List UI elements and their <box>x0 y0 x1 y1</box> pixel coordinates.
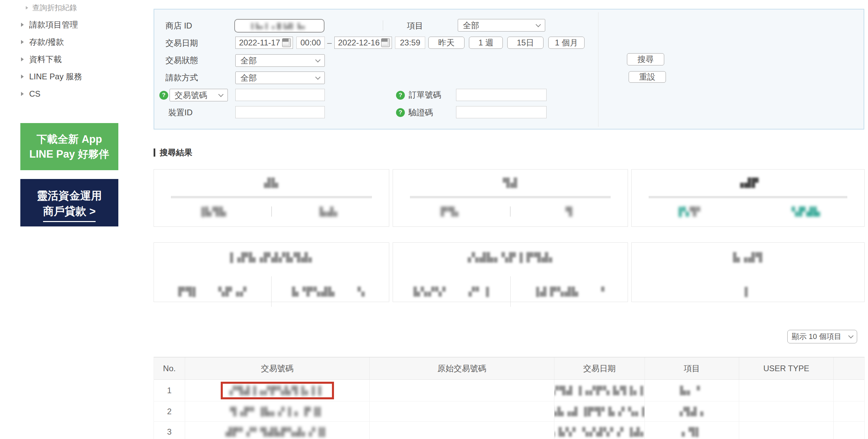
table-row: 1 ▞▜▟▐▗▞▛▚▙▜▐▖▌▌ ▞▜▟ ▐▗▞▛▚ ▙▜▐▖▌ ▙▖ ▘ <box>154 380 864 401</box>
trade-status-value: 全部 <box>240 55 257 66</box>
calendar-icon[interactable] <box>381 38 390 47</box>
results-table: No. 交易號碼 原始交易號碼 交易日期 項目 USER TYPE 1 ▞▜▟▐… <box>154 357 865 439</box>
banner-line2: LINE Pay 好夥伴 <box>20 147 118 162</box>
cell-extra <box>834 401 864 421</box>
card-value: ▚▛▗▞ <box>218 287 247 297</box>
chevron-down-icon <box>848 333 854 339</box>
cell-original-tx-number <box>370 422 554 439</box>
billing-method-label: 請款方式 <box>165 73 198 82</box>
divider <box>598 12 598 127</box>
help-icon[interactable]: ? <box>159 91 168 100</box>
sidebar-item-billing-management[interactable]: 請款項目管理 <box>21 20 78 30</box>
cell-tx-number: ▟▛▘▞▘▜▟▙▛▚▟▖▞▐▌ <box>185 422 370 439</box>
quick-range-1month-button[interactable]: 1 個月 <box>548 37 585 49</box>
divider <box>171 196 372 198</box>
start-date-value: 2022-11-17 <box>239 38 280 47</box>
quick-range-15days-button[interactable]: 15日 <box>507 37 544 49</box>
merchant-loan-banner[interactable]: 靈活資金運用 商戶貸款 > <box>20 179 118 226</box>
banner-line1: 下載全新 App <box>20 132 118 147</box>
cell-item: ▙▖ ▘ <box>645 380 739 401</box>
card-value: ▝▖ <box>354 287 368 297</box>
order-number-label: 訂單號碼 <box>409 90 441 100</box>
section-marker-icon <box>154 148 155 157</box>
card-title: ▗▚▟▙▖▚▛▐ ▛▜▟▖ <box>464 252 556 262</box>
col-header-trade-date: 交易日期 <box>554 357 645 379</box>
banner-line1: 靈活資金運用 <box>20 188 118 203</box>
page-size-select[interactable]: 顯示 10 個項目 <box>787 330 857 343</box>
summary-card-net: ▗▟▛ ▐▚ ▜▘ ▚▛▟▙ <box>631 169 865 227</box>
end-date-value: 2022-12-16 <box>338 38 380 47</box>
app-download-banner[interactable]: 下載全新 App LINE Pay 好夥伴 <box>20 123 118 170</box>
tx-number-value[interactable]: ▞▜▟▐▗▞▛▚▙▜▐▖▌▌ <box>230 386 325 395</box>
item-select[interactable]: 全部 <box>458 19 545 32</box>
sidebar-item-discount-records[interactable]: 查詢折扣紀錄 <box>26 3 77 13</box>
start-time-value: 00:00 <box>300 38 321 47</box>
cell-no: 2 <box>154 401 185 421</box>
tx-number-value[interactable]: ▟▛▘▞▘▜▟▙▛▚▟▖▞▐▌ <box>226 427 329 437</box>
tx-number-type-select[interactable]: 交易號碼 <box>170 89 228 101</box>
card-value: ▐▚ <box>676 207 690 217</box>
col-header-extra <box>834 357 864 379</box>
trade-status-select[interactable]: 全部 <box>235 54 325 67</box>
sidebar-item-label: 查詢折扣紀錄 <box>32 3 77 13</box>
tx-number-value[interactable]: ▜▗▛▘▐▙▖▞ ▌▖ ▛▐▌ <box>230 407 324 416</box>
page-size-value: 顯示 10 個項目 <box>792 332 842 342</box>
cell-no: 3 <box>154 422 185 439</box>
col-header-no: No. <box>154 357 185 379</box>
summary-card-detail-1: ▐▗▛▙▗▛▟▞▙▜▟▖ ▛▜▌ ▚▛▗▞ ▙▝▛▚▟▙ ▝▖ <box>154 242 389 302</box>
end-date-field[interactable]: 2022-12-16 <box>334 37 392 49</box>
sidebar-item-label: 存款/撥款 <box>29 37 64 47</box>
cell-tx-number: ▜▗▛▘▐▙▖▞ ▌▖ ▛▐▌ <box>185 401 370 421</box>
start-date-field[interactable]: 2022-11-17 <box>235 37 293 49</box>
quick-range-yesterday-button[interactable]: 昨天 <box>428 37 465 49</box>
billing-method-select[interactable]: 全部 <box>235 72 325 84</box>
summary-card-detail-2: ▗▚▟▙▖▚▛▐ ▛▜▟▖ ▙▚▞▚▘ ▞▘▐ ▐▟ ▛▚▟▙ ▝ <box>393 242 628 302</box>
item-label: 項目 <box>407 21 423 31</box>
auth-code-input[interactable] <box>456 106 547 118</box>
sidebar-item-deposit-payout[interactable]: 存款/撥款 <box>21 37 64 47</box>
cell-original-tx-number <box>370 401 554 421</box>
calendar-icon[interactable] <box>282 38 291 47</box>
card-value: ▙▟▖ <box>319 207 341 217</box>
tx-number-type-value: 交易號碼 <box>175 90 207 101</box>
nav-arrow-icon <box>21 40 24 44</box>
merchant-id-field[interactable]: ▌▙▖▌▗ █▐▟▌ ▙▖ <box>234 19 324 33</box>
nav-arrow-icon <box>26 6 28 9</box>
table-row: 2 ▜▗▛▘▐▙▖▞ ▌▖ ▛▐▌ ▚▙▗▟ ▐▛▜▘▙ ▞ ▚▖▌ ▗▜▟ ▖ <box>154 401 864 422</box>
col-header-original-tx-number: 原始交易號碼 <box>370 357 554 379</box>
quick-range-1week-button[interactable]: 1 週 <box>469 37 503 49</box>
order-number-input[interactable] <box>456 89 547 101</box>
tx-number-input[interactable] <box>235 89 325 101</box>
card-label: ▛▜▌ <box>178 287 199 297</box>
trade-status-label: 交易狀態 <box>165 56 198 65</box>
end-time-field[interactable]: 23:59 <box>395 37 425 49</box>
cell-extra <box>834 422 864 439</box>
sidebar-item-linepay-services[interactable]: LINE Pay 服務 <box>21 72 82 82</box>
search-button[interactable]: 搜尋 <box>627 53 664 65</box>
card-value: ▛▜▖ <box>441 207 462 217</box>
sidebar-item-label: 資料下載 <box>29 54 62 65</box>
cell-original-tx-number <box>370 380 554 401</box>
sidebar-item-label: CS <box>29 89 40 99</box>
merchant-id-value: ▌▙▖▌▗ █▐▟▌ ▙▖ <box>251 23 307 29</box>
reset-button[interactable]: 重設 <box>629 71 666 83</box>
divider <box>410 196 611 198</box>
nav-arrow-icon <box>21 57 24 61</box>
card-title: ▙▗▟▜ <box>733 252 763 262</box>
card-label: ▙▚▞▚▘ <box>414 287 450 297</box>
highlight-red-box: ▞▜▟▐▗▞▛▚▙▜▐▖▌▌ <box>221 382 334 399</box>
card-label: ▐▟ ▛▚▟▙ <box>533 287 579 297</box>
start-time-field[interactable]: 00:00 <box>296 37 325 49</box>
device-id-input[interactable] <box>235 106 325 118</box>
cell-user-type <box>739 401 834 421</box>
sidebar-item-label: LINE Pay 服務 <box>29 71 82 82</box>
sidebar-item-cs[interactable]: CS <box>21 89 40 99</box>
merchant-dashboard-page: 查詢折扣紀錄 請款項目管理 存款/撥款 資料下載 LINE Pay 服務 CS … <box>0 0 868 439</box>
help-icon[interactable]: ? <box>396 91 405 100</box>
trade-date-label: 交易日期 <box>165 38 198 48</box>
end-time-value: 23:59 <box>400 38 420 47</box>
sidebar-item-data-download[interactable]: 資料下載 <box>21 54 62 64</box>
table-row: 3 ▟▛▘▞▘▜▟▙▛▚▟▖▞▐▌ ▖▙▚▘ ▚▞▟▚▘▞ ▐▟▖ ▖▜▌ <box>154 422 864 439</box>
help-icon[interactable]: ? <box>396 108 405 117</box>
card-value: ▜ <box>566 207 573 217</box>
